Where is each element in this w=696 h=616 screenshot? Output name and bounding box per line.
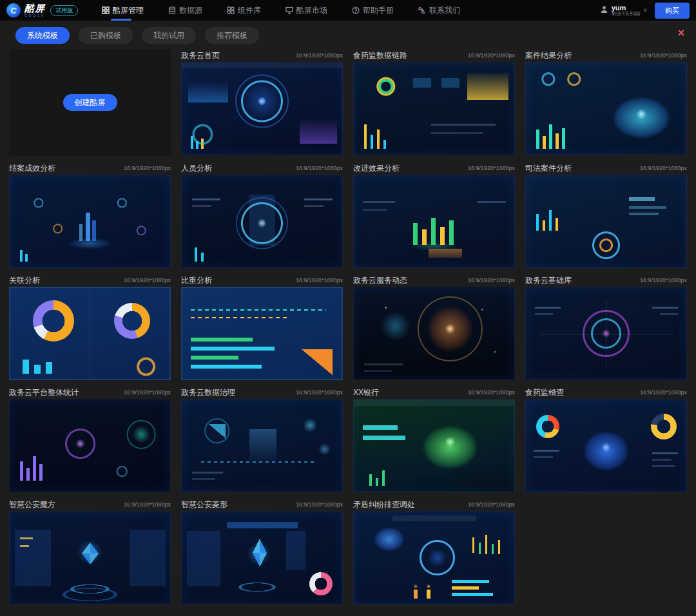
nav-item-contact-us[interactable]: 联系我们 [418, 0, 460, 21]
template-title: 矛盾纠纷排查调处 [353, 499, 415, 510]
template-thumbnail[interactable] [525, 175, 687, 268]
template-size: 16:9/1920*1080px [124, 389, 171, 396]
template-size: 16:9/1920*1080px [468, 277, 515, 284]
template-size: 16:9/1920*1080px [124, 277, 171, 284]
components-icon [227, 6, 235, 14]
template-size: 16:9/1920*1080px [640, 165, 687, 171]
template-card: 政务云服务动态 16:9/1920*1080px [353, 274, 515, 380]
card-header: XX银行 16:9/1920*1080px [353, 386, 515, 399]
template-card: 政务云平台整体统计 16:9/1920*1080px [9, 386, 171, 492]
card-header: 比重分析 16:9/1920*1080px [181, 274, 343, 287]
tab-system-templates[interactable]: 系统模板 [15, 27, 70, 44]
close-icon[interactable]: × [677, 27, 684, 39]
template-card: 食药监数据链路 16:9/1920*1080px [353, 49, 515, 156]
top-navbar: C 酷屏 COOLV 试用版 酷屏管理 数据源 组件库 酷屏市场 帮助手册 [0, 0, 696, 21]
template-card: 结案成效分析 16:9/1920*1080px [9, 162, 171, 268]
app-subname: COOLV [24, 14, 45, 17]
card-header: 关联分析 16:9/1920*1080px [9, 274, 171, 287]
template-size: 16:9/1920*1080px [124, 501, 171, 508]
app-name: 酷屏 [24, 3, 45, 13]
database-icon [168, 6, 176, 14]
tab-purchased-templates[interactable]: 已购模板 [79, 27, 133, 44]
template-size: 16:9/1920*1080px [640, 52, 687, 59]
nav-item-data-source[interactable]: 数据源 [168, 0, 202, 21]
create-screen-panel: 创建酷屏 [9, 49, 171, 156]
card-header: 政务云基础库 16:9/1920*1080px [525, 274, 687, 287]
template-size: 16:9/1920*1080px [296, 389, 343, 396]
nav-item-screen-manage[interactable]: 酷屏管理 [102, 0, 144, 21]
template-thumbnail[interactable] [9, 399, 171, 492]
template-thumbnail[interactable] [9, 511, 171, 604]
template-title: 智慧公安菱形 [181, 499, 227, 510]
template-card: 政务云首页 16:9/1920*1080px [181, 49, 343, 156]
template-card: 比重分析 16:9/1920*1080px [181, 274, 343, 380]
template-thumbnail[interactable] [353, 399, 515, 492]
card-header: 政务云数据治理 16:9/1920*1080px [181, 386, 343, 399]
template-card: 政务云数据治理 16:9/1920*1080px [181, 386, 343, 492]
nav-item-help-manual[interactable]: 帮助手册 [352, 0, 394, 21]
template-card: 人员分析 16:9/1920*1080px [181, 162, 343, 268]
user-icon [600, 5, 608, 16]
tab-my-trials[interactable]: 我的试用 [142, 27, 196, 44]
template-thumbnail[interactable] [181, 62, 343, 155]
template-thumbnail[interactable] [181, 399, 343, 492]
buy-button[interactable]: 购买 [655, 3, 690, 19]
template-card: 改进效果分析 16:9/1920*1080px [353, 162, 515, 268]
template-thumbnail[interactable] [525, 287, 687, 380]
template-thumbnail[interactable] [353, 287, 515, 380]
nav-item-label: 组件库 [238, 5, 261, 16]
template-size: 16:9/1920*1080px [468, 501, 515, 508]
create-screen-button[interactable]: 创建酷屏 [63, 94, 117, 111]
help-circle-icon [352, 6, 360, 14]
card-header: 食药监稽查 16:9/1920*1080px [525, 386, 687, 399]
template-thumbnail[interactable] [9, 287, 171, 380]
template-title: 政务云平台整体统计 [9, 387, 79, 398]
template-thumbnail[interactable] [353, 511, 515, 604]
template-card: 智慧公安魔方 16:9/1920*1080px [9, 498, 171, 604]
template-thumbnail[interactable] [181, 511, 343, 604]
template-title: 改进效果分析 [353, 163, 400, 174]
template-size: 16:9/1920*1080px [468, 165, 515, 171]
template-thumbnail[interactable] [353, 62, 515, 155]
template-title: 政务云数据治理 [181, 387, 235, 398]
template-thumbnail[interactable] [353, 175, 515, 268]
card-header: 改进效果分析 16:9/1920*1080px [353, 162, 515, 175]
card-header: 政务云服务动态 16:9/1920*1080px [353, 274, 515, 287]
template-title: 司法案件分析 [525, 163, 572, 174]
nav-item-label: 数据源 [179, 5, 202, 16]
template-title: XX银行 [353, 387, 379, 398]
card-header: 矛盾纠纷排查调处 16:9/1920*1080px [353, 498, 515, 511]
grid-icon [102, 6, 110, 14]
template-thumbnail[interactable] [525, 399, 687, 492]
template-thumbnail[interactable] [525, 62, 687, 155]
template-size: 16:9/1920*1080px [124, 165, 171, 171]
template-title: 食药监稽查 [525, 387, 564, 398]
template-size: 16:9/1920*1080px [296, 277, 343, 284]
template-size: 16:9/1920*1080px [296, 501, 343, 508]
app-logo[interactable]: C 酷屏 COOLV 试用版 [6, 3, 84, 17]
card-header: 政务云平台整体统计 16:9/1920*1080px [9, 386, 171, 399]
template-size: 16:9/1920*1080px [640, 277, 687, 284]
card-header: 司法案件分析 16:9/1920*1080px [525, 162, 687, 175]
card-header: 案件结果分析 16:9/1920*1080px [525, 49, 687, 62]
nav-item-component-lib[interactable]: 组件库 [227, 0, 261, 21]
template-title: 人员分析 [181, 163, 212, 174]
nav-item-screen-market[interactable]: 酷屏市场 [285, 0, 327, 21]
user-menu[interactable]: yum 剩余7天到期 ∨ [600, 4, 647, 17]
card-header: 智慧公安菱形 16:9/1920*1080px [181, 498, 343, 511]
template-thumbnail[interactable] [181, 287, 343, 380]
trial-badge: 试用版 [50, 5, 78, 16]
tab-recommended-templates[interactable]: 推荐模板 [205, 27, 259, 44]
chevron-down-icon: ∨ [643, 7, 647, 13]
template-card: 食药监稽查 16:9/1920*1080px [525, 386, 687, 492]
template-card: 关联分析 16:9/1920*1080px [9, 274, 171, 380]
template-card: 矛盾纠纷排查调处 16:9/1920*1080px [353, 498, 515, 604]
template-card: 案件结果分析 16:9/1920*1080px [525, 49, 687, 156]
app-title: 酷屏 COOLV [24, 3, 45, 17]
template-size: 16:9/1920*1080px [468, 389, 515, 396]
template-thumbnail[interactable] [9, 175, 171, 268]
template-thumbnail[interactable] [181, 175, 343, 268]
template-title: 结案成效分析 [9, 163, 55, 174]
template-card: 政务云基础库 16:9/1920*1080px [525, 274, 687, 380]
nav-item-label: 帮助手册 [363, 5, 394, 16]
